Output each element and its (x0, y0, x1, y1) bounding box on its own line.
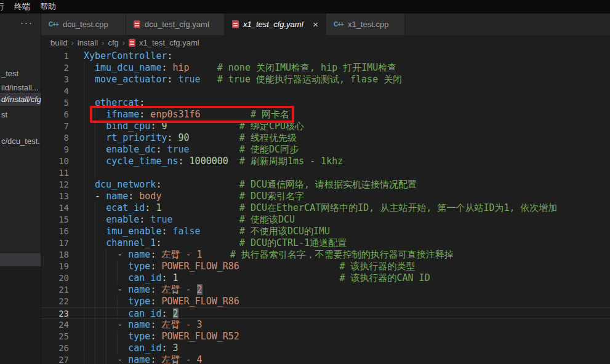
code-editor[interactable]: 1XyberController:2 imu_dcu_name: hip # n… (41, 50, 610, 364)
code-token: # 使能DC同步 (190, 144, 299, 155)
menu-item[interactable]: 终端 (9, 1, 35, 12)
code-token: type (128, 296, 150, 307)
code-line[interactable]: 13 - name: body # DCU索引名字 (41, 191, 610, 202)
code-token: 左臂 - 3 (156, 319, 202, 330)
line-number: 1 (41, 50, 69, 62)
code-token: # DCU的CTRL-1通道配置 (161, 237, 347, 248)
breadcrumb-item[interactable]: x1_test_cfg.yaml (139, 38, 199, 47)
code-line[interactable]: 19 type: POWER_FLOW_R86 # 该执行器的类型 (41, 261, 610, 272)
code-token: enable_dc (106, 144, 156, 155)
line-number: 21 (41, 284, 69, 296)
code-token: : (139, 214, 145, 225)
sidebar-item[interactable]: ild/install... (0, 81, 41, 94)
sidebar-selected-row[interactable] (0, 253, 41, 266)
code-token: 1000000 (184, 156, 228, 167)
sidebar-item[interactable]: _test (0, 67, 41, 80)
indent-guide (84, 237, 84, 249)
indent-guide (95, 308, 95, 318)
tab-x1_test-cpp[interactable]: x1_test.cpp (326, 14, 405, 35)
indent-guide (95, 121, 95, 132)
line-number: 11 (41, 167, 69, 179)
code-token: # DCU通信网络, 请根据实机连接情况配置 (161, 179, 417, 190)
indent-guide (95, 109, 95, 121)
chevron-right-icon: › (102, 38, 104, 47)
code-token: # true 使能执行器运动测试, flase 关闭 (201, 74, 403, 85)
code-line[interactable]: 25 type: POWER_FLOW_R52 (41, 331, 610, 342)
code-line[interactable]: 6 ifname: enp0s31f6 # 网卡名 (41, 109, 610, 121)
menu-item[interactable]: 行 (0, 1, 9, 12)
menu-item[interactable]: 帮助 (35, 1, 61, 12)
tab-dcu_test_cfg-yaml[interactable]: dcu_test_cfg.yaml (126, 14, 225, 35)
indent-guide (84, 85, 84, 97)
indent-guide (95, 214, 95, 226)
line-number: 27 (41, 354, 69, 364)
code-line[interactable]: 17 channel_1: # DCU的CTRL-1通道配置 (41, 237, 610, 249)
yaml-file-icon (232, 20, 239, 28)
code-line[interactable]: 1XyberController: (41, 50, 610, 62)
code-line[interactable]: 23 can_id: 2 (41, 307, 610, 319)
code-line[interactable]: 5 ethercat: (41, 97, 610, 109)
code-token: # none 关闭IMU检查, hip 打开IMU检查 (190, 62, 397, 73)
code-line[interactable]: 16 imu_enable: false # 不使用该DCU的IMU (41, 226, 610, 237)
code-line[interactable]: 9 enable_dc: true # 使能DC同步 (41, 144, 610, 156)
line-content: enable_dc: true # 使能DC同步 (69, 144, 610, 156)
code-token: 2 (197, 284, 203, 295)
code-token: # 使能该DCU (173, 214, 295, 225)
line-number: 22 (41, 296, 69, 307)
indent-guide (84, 191, 84, 202)
code-line[interactable]: 15 enable: true # 使能该DCU (41, 214, 610, 226)
code-token: # 刷新周期1ms - 1khz (228, 156, 343, 167)
code-line[interactable]: 8 rt_priority: 90 # 线程优先级 (41, 132, 610, 144)
tab-dcu_test-cpp[interactable]: dcu_test.cpp (41, 14, 126, 35)
indent-guide (84, 74, 84, 85)
code-line[interactable]: 2 imu_dcu_name: hip # none 关闭IMU检查, hip … (41, 62, 610, 74)
line-content: enable: true # 使能该DCU (69, 214, 610, 226)
code-line[interactable]: 22 type: POWER_FLOW_R86 (41, 296, 610, 307)
sidebar-item[interactable]: st (0, 108, 41, 121)
line-content (69, 167, 610, 179)
code-line[interactable]: 7 bind_cpu: 9 # 绑定CPU核心 (41, 121, 610, 132)
code-line[interactable]: 20 can_id: 1 # 该执行器的CAN ID (41, 272, 610, 284)
code-token: # DCU在EtherCAT网络中的ID, 从主站开始, 第一个从站ID为1, … (161, 202, 557, 213)
code-line[interactable]: 14 ecat_id: 1 # DCU在EtherCAT网络中的ID, 从主站开… (41, 202, 610, 214)
code-token: : (179, 156, 184, 167)
sidebar-item[interactable]: d/install/cfg (0, 93, 41, 106)
code-token: ethercat (95, 97, 139, 108)
indent-guide (95, 261, 95, 272)
line-content: channel_1: # DCU的CTRL-1通道配置 (69, 237, 610, 249)
code-token (167, 308, 172, 318)
indent-guide (84, 308, 84, 318)
tab-label: dcu_test_cfg.yaml (145, 20, 209, 29)
code-line[interactable]: 11 (41, 167, 610, 179)
code-line[interactable]: 24 - name: 左臂 - 3 (41, 319, 610, 331)
line-number: 23 (41, 308, 69, 318)
code-line[interactable]: 26 can_id: 3 (41, 342, 610, 354)
code-token: true (145, 214, 172, 225)
more-actions-icon[interactable]: ··· (20, 16, 33, 30)
code-token: # DCU索引名字 (161, 191, 304, 202)
code-token: : (128, 191, 134, 202)
code-token: 2 (173, 308, 179, 318)
indent-guide (95, 284, 95, 296)
code-line[interactable]: 18 - name: 左臂 - 1 # 执行器索引名字，不需要控制的执行器可直接… (41, 249, 610, 261)
indent-guide (84, 132, 84, 144)
breadcrumb-item[interactable]: install (78, 38, 98, 47)
code-line[interactable]: 10 cycle_time_ns: 1000000 # 刷新周期1ms - 1k… (41, 156, 610, 167)
code-token: type (128, 331, 150, 342)
breadcrumb-item[interactable]: build (50, 38, 67, 47)
code-line[interactable]: 4 (41, 85, 610, 97)
close-icon[interactable]: × (313, 20, 318, 29)
sidebar-item[interactable]: c/dcu_test... (0, 135, 41, 148)
code-token: can_id (128, 308, 161, 318)
code-token: # 该执行器的类型 (239, 261, 415, 272)
tab-x1_test_cfg-yaml[interactable]: x1_test_cfg.yaml× (225, 14, 326, 35)
code-line[interactable]: 27 - name: 左臂 - 4 (41, 354, 610, 364)
breadcrumb-item[interactable]: cfg (108, 38, 118, 47)
indent-guide (84, 62, 84, 74)
code-line[interactable]: 21 - name: 左臂 - 2 (41, 284, 610, 296)
line-content: rt_priority: 90 # 线程优先级 (69, 132, 610, 144)
code-line[interactable]: 12 dcu_network: # DCU通信网络, 请根据实机连接情况配置 (41, 179, 610, 191)
code-line[interactable]: 3 move_actuator: true # true 使能执行器运动测试, … (41, 74, 610, 85)
code-token: # 不使用该DCU的IMU (201, 226, 330, 237)
code-token: 左臂 - 4 (156, 354, 202, 364)
